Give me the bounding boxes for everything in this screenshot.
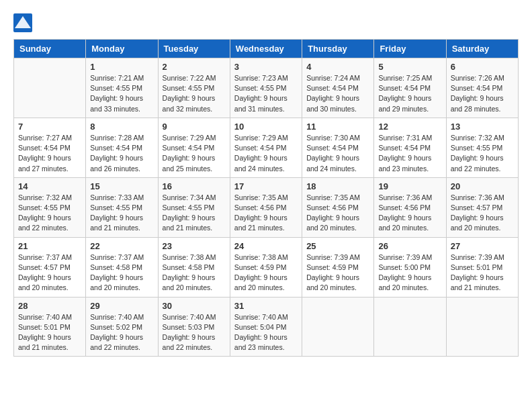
day-number: 25 bbox=[306, 241, 369, 251]
calendar-cell: 23Sunrise: 7:38 AMSunset: 4:58 PMDayligh… bbox=[158, 237, 230, 297]
day-number: 12 bbox=[378, 122, 441, 132]
calendar-cell: 2Sunrise: 7:22 AMSunset: 4:55 PMDaylight… bbox=[158, 58, 230, 118]
day-number: 5 bbox=[378, 62, 441, 72]
calendar-week-row: 21Sunrise: 7:37 AMSunset: 4:57 PMDayligh… bbox=[14, 237, 519, 297]
cell-info: Sunrise: 7:40 AMSunset: 5:04 PMDaylight:… bbox=[234, 312, 298, 353]
calendar-cell: 22Sunrise: 7:37 AMSunset: 4:58 PMDayligh… bbox=[86, 237, 158, 297]
calendar-cell bbox=[374, 297, 446, 357]
cell-info: Sunrise: 7:24 AMSunset: 4:54 PMDaylight:… bbox=[306, 73, 369, 114]
calendar-cell: 26Sunrise: 7:39 AMSunset: 5:00 PMDayligh… bbox=[374, 237, 446, 297]
cell-info: Sunrise: 7:29 AMSunset: 4:54 PMDaylight:… bbox=[163, 133, 226, 174]
day-number: 29 bbox=[90, 301, 153, 311]
day-number: 4 bbox=[306, 62, 369, 72]
cell-info: Sunrise: 7:25 AMSunset: 4:54 PMDaylight:… bbox=[378, 73, 441, 114]
calendar-header-row: SundayMondayTuesdayWednesdayThursdayFrid… bbox=[14, 40, 519, 58]
logo-icon bbox=[13, 13, 32, 32]
day-number: 8 bbox=[90, 122, 153, 132]
calendar-cell: 8Sunrise: 7:28 AMSunset: 4:54 PMDaylight… bbox=[86, 118, 158, 177]
calendar-cell: 20Sunrise: 7:36 AMSunset: 4:57 PMDayligh… bbox=[446, 177, 518, 237]
day-number: 28 bbox=[18, 301, 81, 311]
cell-info: Sunrise: 7:36 AMSunset: 4:57 PMDaylight:… bbox=[451, 193, 514, 234]
cell-info: Sunrise: 7:39 AMSunset: 4:59 PMDaylight:… bbox=[306, 253, 369, 293]
day-number: 13 bbox=[451, 122, 514, 132]
calendar-cell: 6Sunrise: 7:26 AMSunset: 4:54 PMDaylight… bbox=[446, 58, 518, 118]
cell-info: Sunrise: 7:40 AMSunset: 5:01 PMDaylight:… bbox=[18, 312, 81, 353]
cell-info: Sunrise: 7:39 AMSunset: 5:00 PMDaylight:… bbox=[378, 253, 441, 293]
day-number: 1 bbox=[90, 62, 153, 72]
day-number: 27 bbox=[451, 241, 514, 251]
day-header-wednesday: Wednesday bbox=[230, 40, 302, 58]
day-number: 23 bbox=[163, 241, 226, 251]
calendar-cell: 15Sunrise: 7:33 AMSunset: 4:55 PMDayligh… bbox=[86, 177, 158, 237]
page-header bbox=[13, 13, 519, 32]
calendar-cell: 16Sunrise: 7:34 AMSunset: 4:55 PMDayligh… bbox=[158, 177, 230, 237]
day-header-friday: Friday bbox=[374, 40, 446, 58]
cell-info: Sunrise: 7:34 AMSunset: 4:55 PMDaylight:… bbox=[163, 193, 226, 234]
calendar-cell: 7Sunrise: 7:27 AMSunset: 4:54 PMDaylight… bbox=[14, 118, 86, 177]
cell-info: Sunrise: 7:30 AMSunset: 4:54 PMDaylight:… bbox=[306, 133, 369, 174]
day-header-saturday: Saturday bbox=[446, 40, 518, 58]
cell-info: Sunrise: 7:40 AMSunset: 5:03 PMDaylight:… bbox=[163, 312, 226, 353]
day-number: 10 bbox=[234, 122, 298, 132]
cell-info: Sunrise: 7:31 AMSunset: 4:54 PMDaylight:… bbox=[378, 133, 441, 174]
cell-info: Sunrise: 7:38 AMSunset: 4:59 PMDaylight:… bbox=[234, 253, 298, 293]
calendar-cell: 18Sunrise: 7:35 AMSunset: 4:56 PMDayligh… bbox=[302, 177, 374, 237]
calendar-cell: 27Sunrise: 7:39 AMSunset: 5:01 PMDayligh… bbox=[446, 237, 518, 297]
cell-info: Sunrise: 7:22 AMSunset: 4:55 PMDaylight:… bbox=[163, 73, 226, 114]
day-number: 17 bbox=[234, 181, 298, 191]
day-number: 30 bbox=[163, 301, 226, 311]
day-number: 7 bbox=[18, 122, 81, 132]
day-number: 16 bbox=[163, 181, 226, 191]
calendar-cell: 28Sunrise: 7:40 AMSunset: 5:01 PMDayligh… bbox=[14, 297, 86, 357]
day-number: 11 bbox=[306, 122, 369, 132]
cell-info: Sunrise: 7:37 AMSunset: 4:58 PMDaylight:… bbox=[90, 253, 153, 293]
cell-info: Sunrise: 7:21 AMSunset: 4:55 PMDaylight:… bbox=[90, 73, 153, 114]
calendar-week-row: 14Sunrise: 7:32 AMSunset: 4:55 PMDayligh… bbox=[14, 177, 519, 237]
day-header-sunday: Sunday bbox=[14, 40, 86, 58]
calendar-cell: 5Sunrise: 7:25 AMSunset: 4:54 PMDaylight… bbox=[374, 58, 446, 118]
cell-info: Sunrise: 7:32 AMSunset: 4:55 PMDaylight:… bbox=[451, 133, 514, 174]
logo bbox=[13, 13, 34, 32]
calendar-week-row: 28Sunrise: 7:40 AMSunset: 5:01 PMDayligh… bbox=[14, 297, 519, 357]
calendar-cell: 30Sunrise: 7:40 AMSunset: 5:03 PMDayligh… bbox=[158, 297, 230, 357]
calendar-cell: 29Sunrise: 7:40 AMSunset: 5:02 PMDayligh… bbox=[86, 297, 158, 357]
cell-info: Sunrise: 7:23 AMSunset: 4:55 PMDaylight:… bbox=[234, 73, 298, 114]
day-header-tuesday: Tuesday bbox=[158, 40, 230, 58]
cell-info: Sunrise: 7:40 AMSunset: 5:02 PMDaylight:… bbox=[90, 312, 153, 353]
cell-info: Sunrise: 7:32 AMSunset: 4:55 PMDaylight:… bbox=[18, 193, 81, 234]
calendar-cell: 14Sunrise: 7:32 AMSunset: 4:55 PMDayligh… bbox=[14, 177, 86, 237]
calendar-cell: 24Sunrise: 7:38 AMSunset: 4:59 PMDayligh… bbox=[230, 237, 302, 297]
calendar-table: SundayMondayTuesdayWednesdayThursdayFrid… bbox=[13, 39, 519, 357]
calendar-cell: 13Sunrise: 7:32 AMSunset: 4:55 PMDayligh… bbox=[446, 118, 518, 177]
cell-info: Sunrise: 7:39 AMSunset: 5:01 PMDaylight:… bbox=[451, 253, 514, 293]
calendar-cell: 1Sunrise: 7:21 AMSunset: 4:55 PMDaylight… bbox=[86, 58, 158, 118]
calendar-week-row: 7Sunrise: 7:27 AMSunset: 4:54 PMDaylight… bbox=[14, 118, 519, 177]
cell-info: Sunrise: 7:29 AMSunset: 4:54 PMDaylight:… bbox=[234, 133, 298, 174]
calendar-cell: 21Sunrise: 7:37 AMSunset: 4:57 PMDayligh… bbox=[14, 237, 86, 297]
day-number: 31 bbox=[234, 301, 298, 311]
calendar-cell: 19Sunrise: 7:36 AMSunset: 4:56 PMDayligh… bbox=[374, 177, 446, 237]
day-number: 14 bbox=[18, 181, 81, 191]
calendar-cell: 3Sunrise: 7:23 AMSunset: 4:55 PMDaylight… bbox=[230, 58, 302, 118]
calendar-cell: 10Sunrise: 7:29 AMSunset: 4:54 PMDayligh… bbox=[230, 118, 302, 177]
calendar-cell: 9Sunrise: 7:29 AMSunset: 4:54 PMDaylight… bbox=[158, 118, 230, 177]
day-number: 21 bbox=[18, 241, 81, 251]
cell-info: Sunrise: 7:28 AMSunset: 4:54 PMDaylight:… bbox=[90, 133, 153, 174]
cell-info: Sunrise: 7:38 AMSunset: 4:58 PMDaylight:… bbox=[163, 253, 226, 293]
cell-info: Sunrise: 7:26 AMSunset: 4:54 PMDaylight:… bbox=[451, 73, 514, 114]
cell-info: Sunrise: 7:33 AMSunset: 4:55 PMDaylight:… bbox=[90, 193, 153, 234]
day-header-thursday: Thursday bbox=[302, 40, 374, 58]
day-header-monday: Monday bbox=[86, 40, 158, 58]
calendar-cell: 4Sunrise: 7:24 AMSunset: 4:54 PMDaylight… bbox=[302, 58, 374, 118]
calendar-cell: 25Sunrise: 7:39 AMSunset: 4:59 PMDayligh… bbox=[302, 237, 374, 297]
day-number: 2 bbox=[163, 62, 226, 72]
day-number: 22 bbox=[90, 241, 153, 251]
calendar-cell: 31Sunrise: 7:40 AMSunset: 5:04 PMDayligh… bbox=[230, 297, 302, 357]
day-number: 26 bbox=[378, 241, 441, 251]
calendar-cell bbox=[14, 58, 86, 118]
calendar-cell bbox=[446, 297, 518, 357]
day-number: 15 bbox=[90, 181, 153, 191]
cell-info: Sunrise: 7:27 AMSunset: 4:54 PMDaylight:… bbox=[18, 133, 81, 174]
cell-info: Sunrise: 7:37 AMSunset: 4:57 PMDaylight:… bbox=[18, 253, 81, 293]
calendar-cell: 17Sunrise: 7:35 AMSunset: 4:56 PMDayligh… bbox=[230, 177, 302, 237]
